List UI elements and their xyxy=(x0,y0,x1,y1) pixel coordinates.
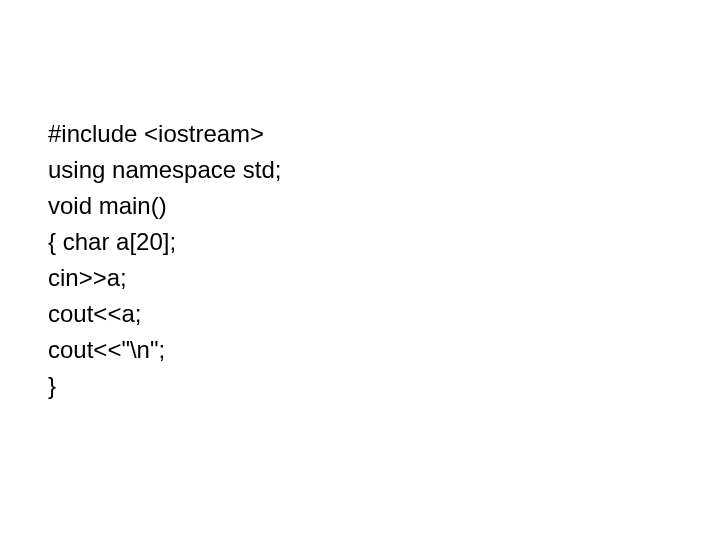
code-line-8: } xyxy=(48,368,281,404)
code-line-6: cout<<a; xyxy=(48,296,281,332)
code-line-5: cin>>a; xyxy=(48,260,281,296)
code-line-7: cout<<"\n"; xyxy=(48,332,281,368)
code-line-2: using namespace std; xyxy=(48,152,281,188)
code-line-1: #include <iostream> xyxy=(48,116,281,152)
code-line-4: { char a[20]; xyxy=(48,224,281,260)
code-block: #include <iostream> using namespace std;… xyxy=(48,116,281,404)
code-line-3: void main() xyxy=(48,188,281,224)
